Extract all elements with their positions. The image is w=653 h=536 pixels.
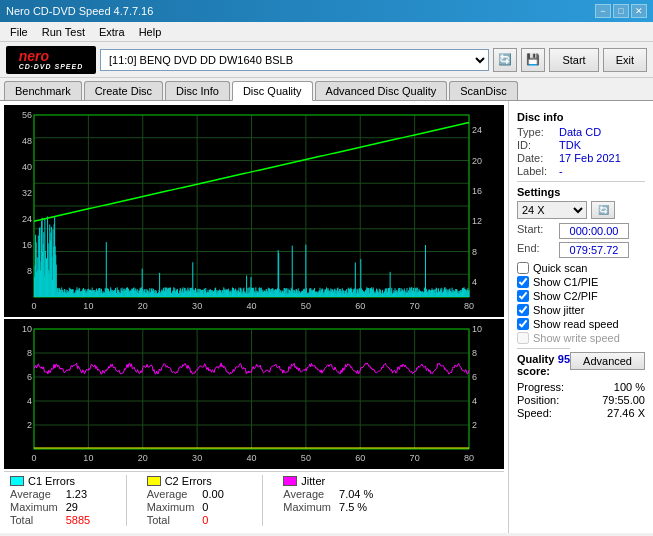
disc-id-row: ID: TDK bbox=[517, 139, 645, 151]
tab-bar: Benchmark Create Disc Disc Info Disc Qua… bbox=[0, 78, 653, 101]
disc-info-title: Disc info bbox=[517, 111, 645, 123]
close-button[interactable]: ✕ bbox=[631, 4, 647, 18]
show-read-speed-checkbox[interactable] bbox=[517, 318, 529, 330]
window-title: Nero CD-DVD Speed 4.7.7.16 bbox=[6, 5, 153, 17]
c2-average-row: Average 0.00 bbox=[147, 488, 243, 500]
date-label: Date: bbox=[517, 152, 555, 164]
bottom-chart bbox=[4, 319, 504, 469]
speed-row: 24 X 🔄 bbox=[517, 201, 645, 219]
disc-date-row: Date: 17 Feb 2021 bbox=[517, 152, 645, 164]
menu-extra[interactable]: Extra bbox=[93, 24, 131, 40]
main-content: C1 Errors Average 1.23 Maximum 29 Total … bbox=[0, 101, 653, 533]
quick-scan-label: Quick scan bbox=[533, 262, 587, 274]
menu-bar: File Run Test Extra Help bbox=[0, 22, 653, 42]
show-c1-checkbox[interactable] bbox=[517, 276, 529, 288]
maximize-button[interactable]: □ bbox=[613, 4, 629, 18]
show-c1-row: Show C1/PIE bbox=[517, 276, 645, 288]
window-controls: − □ ✕ bbox=[595, 4, 647, 18]
jitter-label: Jitter bbox=[301, 475, 325, 487]
progress-label: Progress: bbox=[517, 381, 564, 393]
progress-row: Progress: 100 % bbox=[517, 381, 645, 393]
side-panel: Disc info Type: Data CD ID: TDK Date: 17… bbox=[508, 101, 653, 533]
quick-scan-row: Quick scan bbox=[517, 262, 645, 274]
show-write-speed-checkbox[interactable] bbox=[517, 332, 529, 344]
c2-color bbox=[147, 476, 161, 486]
nero-logo: nero CD·DVD SPEED bbox=[6, 46, 96, 74]
legend-c2: C2 Errors Average 0.00 Maximum 0 Total 0 bbox=[147, 475, 243, 526]
top-chart bbox=[4, 105, 504, 317]
show-c2-checkbox[interactable] bbox=[517, 290, 529, 302]
progress-value: 100 % bbox=[614, 381, 645, 393]
c1-average-row: Average 1.23 bbox=[10, 488, 106, 500]
show-c2-label: Show C2/PIF bbox=[533, 290, 598, 302]
c1-label: C1 Errors bbox=[28, 475, 75, 487]
settings-title: Settings bbox=[517, 186, 645, 198]
start-time-input[interactable] bbox=[559, 223, 629, 239]
type-value: Data CD bbox=[559, 126, 601, 138]
menu-help[interactable]: Help bbox=[133, 24, 168, 40]
speed-label: Speed: bbox=[517, 407, 552, 419]
end-time-input[interactable] bbox=[559, 242, 629, 258]
legend-jitter: Jitter Average 7.04 % Maximum 7.5 % bbox=[283, 475, 379, 526]
drive-select[interactable]: [11:0] BENQ DVD DD DW1640 BSLB bbox=[100, 49, 489, 71]
speed-row-2: Speed: 27.46 X bbox=[517, 407, 645, 419]
show-read-speed-row: Show read speed bbox=[517, 318, 645, 330]
c1-color bbox=[10, 476, 24, 486]
c1-total-row: Total 5885 bbox=[10, 514, 106, 526]
menu-file[interactable]: File bbox=[4, 24, 34, 40]
tab-create-disc[interactable]: Create Disc bbox=[84, 81, 163, 100]
end-time-row: End: bbox=[517, 242, 645, 258]
start-label: Start: bbox=[517, 223, 555, 239]
c2-maximum-row: Maximum 0 bbox=[147, 501, 243, 513]
c2-total-row: Total 0 bbox=[147, 514, 243, 526]
label-value: - bbox=[559, 165, 563, 177]
show-read-speed-label: Show read speed bbox=[533, 318, 619, 330]
menu-run-test[interactable]: Run Test bbox=[36, 24, 91, 40]
start-time-row: Start: bbox=[517, 223, 645, 239]
c2-label: C2 Errors bbox=[165, 475, 212, 487]
legend-area: C1 Errors Average 1.23 Maximum 29 Total … bbox=[4, 471, 504, 529]
quality-label: Quality score: bbox=[517, 353, 558, 377]
label-label: Label: bbox=[517, 165, 555, 177]
end-label: End: bbox=[517, 242, 555, 258]
minimize-button[interactable]: − bbox=[595, 4, 611, 18]
show-c1-label: Show C1/PIE bbox=[533, 276, 598, 288]
position-value: 79:55.00 bbox=[602, 394, 645, 406]
quick-scan-checkbox[interactable] bbox=[517, 262, 529, 274]
legend-c1: C1 Errors Average 1.23 Maximum 29 Total … bbox=[10, 475, 106, 526]
start-button[interactable]: Start bbox=[549, 48, 598, 72]
speed-select[interactable]: 24 X bbox=[517, 201, 587, 219]
show-jitter-row: Show jitter bbox=[517, 304, 645, 316]
quality-value: 95 bbox=[558, 353, 570, 377]
id-value: TDK bbox=[559, 139, 581, 151]
refresh-button[interactable]: 🔄 bbox=[493, 48, 517, 72]
show-write-speed-row: Show write speed bbox=[517, 332, 645, 344]
c1-maximum-row: Maximum 29 bbox=[10, 501, 106, 513]
show-c2-row: Show C2/PIF bbox=[517, 290, 645, 302]
type-label: Type: bbox=[517, 126, 555, 138]
show-jitter-checkbox[interactable] bbox=[517, 304, 529, 316]
tab-disc-info[interactable]: Disc Info bbox=[165, 81, 230, 100]
speed-value: 27.46 X bbox=[607, 407, 645, 419]
exit-button[interactable]: Exit bbox=[603, 48, 647, 72]
tab-benchmark[interactable]: Benchmark bbox=[4, 81, 82, 100]
show-write-speed-label: Show write speed bbox=[533, 332, 620, 344]
position-row: Position: 79:55.00 bbox=[517, 394, 645, 406]
tab-scan-disc[interactable]: ScanDisc bbox=[449, 81, 517, 100]
show-jitter-label: Show jitter bbox=[533, 304, 584, 316]
disc-type-row: Type: Data CD bbox=[517, 126, 645, 138]
id-label: ID: bbox=[517, 139, 555, 151]
speed-refresh-button[interactable]: 🔄 bbox=[591, 201, 615, 219]
advanced-button[interactable]: Advanced bbox=[570, 352, 645, 370]
toolbar: nero CD·DVD SPEED [11:0] BENQ DVD DD DW1… bbox=[0, 42, 653, 78]
jitter-maximum-row: Maximum 7.5 % bbox=[283, 501, 379, 513]
position-label: Position: bbox=[517, 394, 559, 406]
disc-label-row: Label: - bbox=[517, 165, 645, 177]
chart-area: C1 Errors Average 1.23 Maximum 29 Total … bbox=[0, 101, 508, 533]
save-button[interactable]: 💾 bbox=[521, 48, 545, 72]
c1-errors-chart bbox=[4, 105, 504, 317]
tab-advanced-disc-quality[interactable]: Advanced Disc Quality bbox=[315, 81, 448, 100]
jitter-color bbox=[283, 476, 297, 486]
tab-disc-quality[interactable]: Disc Quality bbox=[232, 81, 313, 101]
jitter-average-row: Average 7.04 % bbox=[283, 488, 379, 500]
